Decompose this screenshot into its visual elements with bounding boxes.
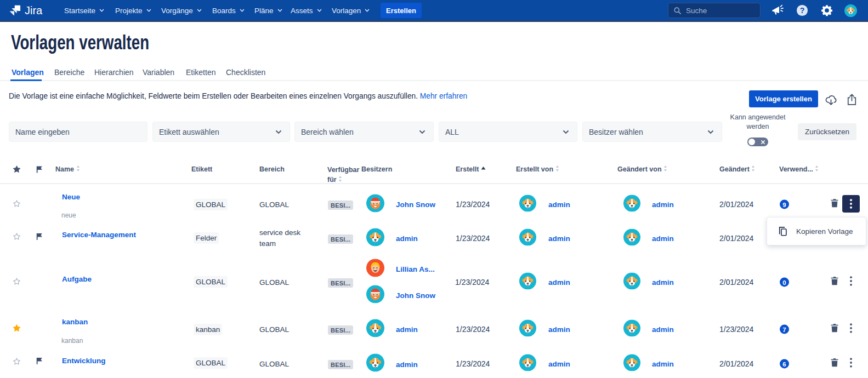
- svg-text:?: ?: [800, 6, 805, 15]
